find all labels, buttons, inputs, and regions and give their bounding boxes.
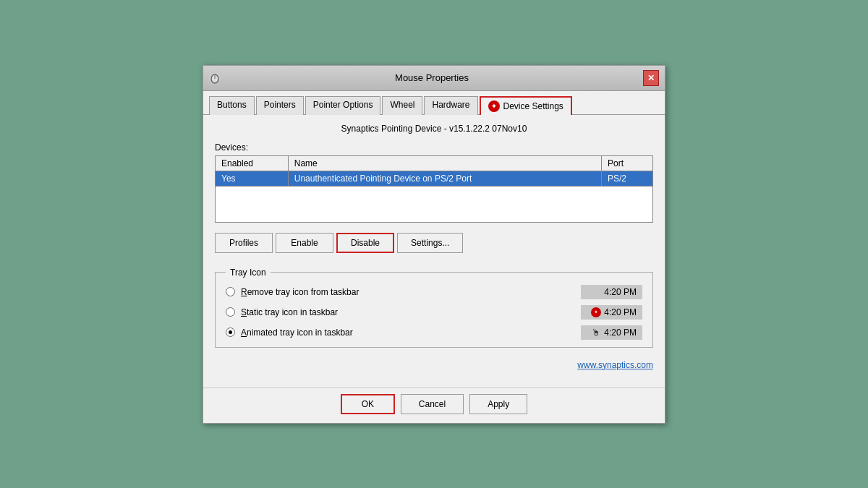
table-row[interactable]: Yes Unauthenticated Pointing Device on P… xyxy=(216,171,653,186)
radio-static-label: Static tray icon in taskbar xyxy=(241,307,575,317)
ok-button[interactable]: OK xyxy=(341,394,395,414)
settings-button[interactable]: Settings... xyxy=(397,233,463,253)
action-buttons: Profiles Enable Disable Settings... xyxy=(215,233,653,253)
tray-preview-remove: 4:20 PM xyxy=(581,285,642,299)
tab-pointer-options[interactable]: Pointer Options xyxy=(305,96,381,115)
radio-remove[interactable] xyxy=(226,287,235,296)
tab-bar: Buttons Pointers Pointer Options Wheel H… xyxy=(203,91,665,115)
synaptics-link[interactable]: www.synaptics.com xyxy=(577,360,653,370)
tray-option-static: Static tray icon in taskbar ✦ 4:20 PM xyxy=(226,305,642,320)
tab-pointers[interactable]: Pointers xyxy=(256,96,304,115)
mouse-preview-icon: 🖱 xyxy=(591,328,601,338)
tab-hardware[interactable]: Hardware xyxy=(424,96,477,115)
table-empty-row xyxy=(216,186,653,222)
close-button[interactable]: ✕ xyxy=(643,70,659,86)
disable-button[interactable]: Disable xyxy=(336,233,394,253)
col-port: Port xyxy=(601,155,652,171)
tab-device-settings[interactable]: ✦ Device Settings xyxy=(480,96,572,115)
radio-animated[interactable] xyxy=(226,328,235,337)
footer-buttons: OK Cancel Apply xyxy=(203,388,665,423)
profiles-button[interactable]: Profiles xyxy=(215,233,273,253)
tab-buttons[interactable]: Buttons xyxy=(209,96,255,115)
title-bar: Mouse Properties ✕ xyxy=(203,66,665,91)
col-name: Name xyxy=(288,155,601,171)
cancel-button[interactable]: Cancel xyxy=(401,394,464,414)
tab-wheel[interactable]: Wheel xyxy=(382,96,422,115)
enable-button[interactable]: Enable xyxy=(276,233,333,253)
tray-option-remove: Remove tray icon from taskbar 4:20 PM xyxy=(226,285,642,299)
tray-option-animated: Animated tray icon in taskbar 🖱 4:20 PM xyxy=(226,325,642,340)
col-enabled: Enabled xyxy=(216,155,289,171)
tray-preview-animated: 🖱 4:20 PM xyxy=(581,325,642,340)
tray-icon-legend: Tray Icon xyxy=(226,267,271,278)
synaptics-tab-icon: ✦ xyxy=(488,100,500,112)
tray-preview-static: ✦ 4:20 PM xyxy=(581,305,642,320)
apply-button[interactable]: Apply xyxy=(469,394,527,414)
mouse-properties-dialog: Mouse Properties ✕ Buttons Pointers Poin… xyxy=(203,65,665,424)
radio-animated-label: Animated tray icon in taskbar xyxy=(241,328,575,338)
window-title: Mouse Properties xyxy=(221,72,643,83)
radio-remove-label: Remove tray icon from taskbar xyxy=(241,287,575,297)
synaptics-preview-icon: ✦ xyxy=(591,307,601,317)
cell-enabled: Yes xyxy=(216,171,289,186)
radio-static[interactable] xyxy=(226,307,235,317)
cell-name: Unauthenticated Pointing Device on PS/2 … xyxy=(288,171,601,186)
title-bar-icon xyxy=(209,72,221,84)
tray-icon-group: Tray Icon Remove tray icon from taskbar … xyxy=(215,267,653,348)
content-area: Synaptics Pointing Device - v15.1.22.2 0… xyxy=(203,115,665,388)
devices-label: Devices: xyxy=(215,142,653,153)
synaptics-link-container: www.synaptics.com xyxy=(215,359,653,370)
device-header: Synaptics Pointing Device - v15.1.22.2 0… xyxy=(215,124,653,134)
devices-table: Enabled Name Port Yes Unauthenticated Po… xyxy=(215,155,653,223)
cell-port: PS/2 xyxy=(601,171,652,186)
